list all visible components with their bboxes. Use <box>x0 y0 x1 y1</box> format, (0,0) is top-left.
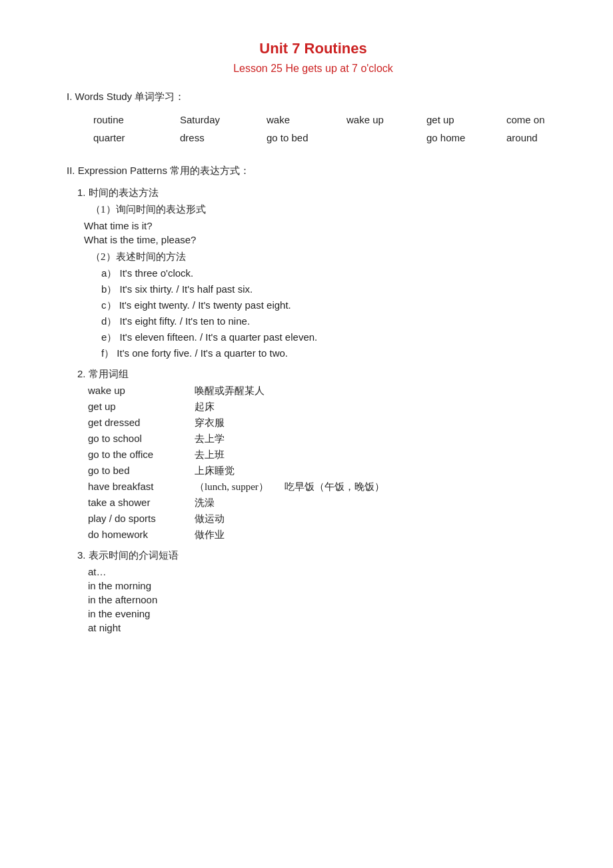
phrase-zh-go-school: 去上学 <box>195 433 225 445</box>
phrase-zh-go-bed: 上床睡觉 <box>195 465 235 477</box>
time-text-b: It's six thirty. / It's half past six. <box>120 283 253 295</box>
time-key-f: f） <box>101 347 114 359</box>
sub2-title: 2. 常用词组 <box>77 368 560 381</box>
time-text-f: It's one forty five. / It's a quarter to… <box>117 347 288 359</box>
phrase-zh-get-up: 起床 <box>195 401 215 413</box>
word-2-3: go to bed <box>267 131 346 145</box>
section2-title: II. Expression Patterns 常用的表达方式： <box>67 165 560 177</box>
time-item-c: c） It's eight twenty. / It's twenty past… <box>101 299 560 312</box>
time-text-d: It's eight fifty. / It's ten to nine. <box>120 315 251 327</box>
phrase-zh-sports: 做运动 <box>195 513 225 525</box>
phrase-go-to-school: go to school 去上学 <box>88 433 560 445</box>
phrase-zh-shower: 洗澡 <box>195 497 215 509</box>
phrase-en-go-office: go to the office <box>88 449 195 460</box>
time-text-e: It's eleven fifteen. / It's a quarter pa… <box>120 331 318 343</box>
time-item-d: d） It's eight fifty. / It's ten to nine. <box>101 315 560 328</box>
phrase-en-sports: play / do sports <box>88 513 195 524</box>
prep-afternoon: in the afternoon <box>88 594 560 605</box>
page-title: Unit 7 Routines <box>67 40 560 57</box>
phrase-en-homework: do homework <box>88 529 195 540</box>
phrase-go-office: go to the office 去上班 <box>88 449 560 461</box>
words-grid: routine Saturday wake wake up get up com… <box>93 113 560 145</box>
section1-title: I. Words Study 单词学习： <box>67 91 560 103</box>
phrase-zh-breakfast-extra: 吃早饭（午饭，晚饭） <box>285 481 384 493</box>
prep-at: at… <box>88 566 560 577</box>
phrase-get-dressed: get dressed 穿衣服 <box>88 417 560 429</box>
prep-evening: in the evening <box>88 608 560 619</box>
phrase-shower: take a shower 洗澡 <box>88 497 560 509</box>
phrase-go-bed: go to bed 上床睡觉 <box>88 465 560 477</box>
phrase-zh-breakfast-paren: （lunch, supper） <box>195 481 269 493</box>
prep-morning: in the morning <box>88 580 560 591</box>
word-2-5: go home <box>426 131 506 145</box>
phrase-en-wake-up: wake up <box>88 385 195 396</box>
word-1-1: routine <box>93 113 180 127</box>
phrase-en-get-up: get up <box>88 401 195 412</box>
time-key-c: c） <box>101 299 117 311</box>
part1-title: （1）询问时间的表达形式 <box>91 203 560 216</box>
word-1-5: get up <box>426 113 506 127</box>
time-item-e: e） It's eleven fifteen. / It's a quarter… <box>101 331 560 344</box>
time-key-d: d） <box>101 315 117 327</box>
word-2-2: dress <box>180 131 267 145</box>
phrase-homework: do homework 做作业 <box>88 529 560 541</box>
time-key-b: b） <box>101 283 117 295</box>
phrase-list: wake up 唤醒或弄醒某人 get up 起床 get dressed 穿衣… <box>88 385 560 541</box>
word-2-1: quarter <box>93 131 180 145</box>
phrase-en-shower: take a shower <box>88 497 195 508</box>
phrase-en-go-bed: go to bed <box>88 465 195 476</box>
phrase-zh-go-office: 去上班 <box>195 449 225 461</box>
part2-title: （2）表述时间的方法 <box>91 251 560 263</box>
phrase-wake-up: wake up 唤醒或弄醒某人 <box>88 385 560 397</box>
phrase-have-breakfast: have breakfast （lunch, supper） 吃早饭（午饭，晚饭… <box>88 481 560 493</box>
time-item-f: f） It's one forty five. / It's a quarter… <box>101 347 560 360</box>
time-item-a: a） It's three o'clock. <box>101 267 560 280</box>
sub1-title: 1. 时间的表达方法 <box>77 187 560 199</box>
prep-night: at night <box>88 622 560 633</box>
phrase-get-up: get up 起床 <box>88 401 560 413</box>
word-1-2: Saturday <box>180 113 267 127</box>
word-1-3: wake <box>267 113 346 127</box>
time-key-e: e） <box>101 331 117 343</box>
phrase-en-get-dressed: get dressed <box>88 417 195 428</box>
phrase-zh-homework: 做作业 <box>195 529 225 541</box>
sub3-title: 3. 表示时间的介词短语 <box>77 549 560 562</box>
question-line-2: What is the time, please? <box>84 234 560 245</box>
time-item-b: b） It's six thirty. / It's half past six… <box>101 283 560 296</box>
question-line-1: What time is it? <box>84 220 560 231</box>
phrase-zh-get-dressed: 穿衣服 <box>195 417 225 429</box>
phrase-sports: play / do sports 做运动 <box>88 513 560 525</box>
word-2-6: around <box>506 131 586 145</box>
time-key-a: a） <box>101 267 117 279</box>
prep-list: at… in the morning in the afternoon in t… <box>88 566 560 633</box>
word-1-4: wake up <box>346 113 426 127</box>
word-1-6: come on <box>506 113 586 127</box>
lesson-title: Lesson 25 He gets up at 7 o'clock <box>67 63 560 75</box>
word-2-4 <box>346 131 426 145</box>
phrase-zh-wake-up: 唤醒或弄醒某人 <box>195 385 265 397</box>
time-text-a: It's three o'clock. <box>120 267 194 279</box>
phrase-en-breakfast: have breakfast <box>88 481 195 492</box>
time-text-c: It's eight twenty. / It's twenty past ei… <box>119 299 291 311</box>
phrase-en-go-school: go to school <box>88 433 195 444</box>
